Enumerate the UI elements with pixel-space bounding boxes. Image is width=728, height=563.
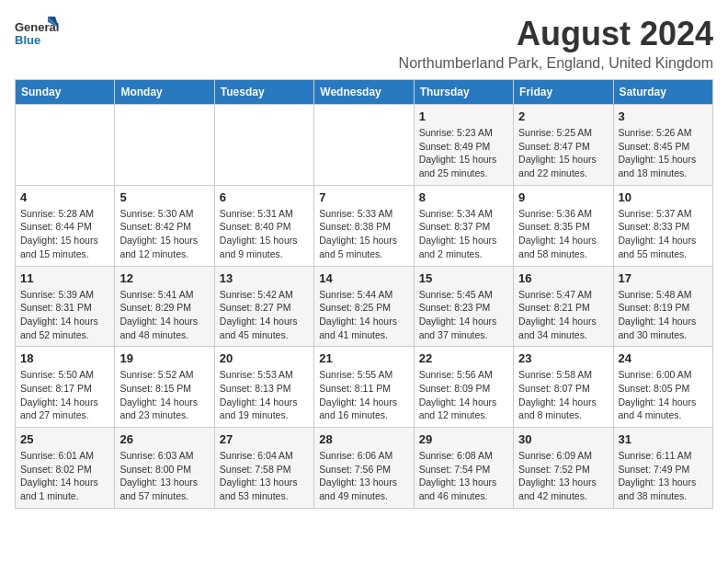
day-info: Sunrise: 6:00 AMSunset: 8:05 PMDaylight:…	[619, 368, 708, 422]
day-info: Sunrise: 5:53 AMSunset: 8:13 PMDaylight:…	[220, 368, 309, 422]
calendar-header: SundayMondayTuesdayWednesdayThursdayFrid…	[16, 80, 713, 105]
header-wednesday: Wednesday	[314, 80, 414, 105]
day-number: 15	[419, 271, 508, 285]
header-sunday: Sunday	[16, 80, 115, 105]
day-cell: 15Sunrise: 5:45 AMSunset: 8:23 PMDayligh…	[414, 266, 513, 347]
day-number: 17	[619, 271, 708, 285]
day-cell: 25Sunrise: 6:01 AMSunset: 8:02 PMDayligh…	[16, 428, 115, 509]
day-cell: 24Sunrise: 6:00 AMSunset: 8:05 PMDayligh…	[613, 347, 712, 428]
day-info: Sunrise: 5:33 AMSunset: 8:38 PMDaylight:…	[319, 207, 408, 261]
calendar-body: 1Sunrise: 5:23 AMSunset: 8:49 PMDaylight…	[16, 105, 713, 509]
day-number: 1	[419, 109, 508, 123]
day-info: Sunrise: 6:03 AMSunset: 8:00 PMDaylight:…	[119, 449, 209, 503]
week-row-3: 11Sunrise: 5:39 AMSunset: 8:31 PMDayligh…	[16, 266, 713, 347]
day-cell: 2Sunrise: 5:25 AMSunset: 8:47 PMDaylight…	[514, 105, 613, 186]
header-tuesday: Tuesday	[214, 80, 313, 105]
day-info: Sunrise: 6:09 AMSunset: 7:52 PMDaylight:…	[518, 449, 608, 503]
day-cell: 5Sunrise: 5:30 AMSunset: 8:42 PMDaylight…	[115, 185, 214, 266]
day-info: Sunrise: 5:34 AMSunset: 8:37 PMDaylight:…	[419, 207, 508, 261]
day-number: 3	[619, 109, 708, 123]
day-number: 6	[220, 190, 309, 204]
day-info: Sunrise: 5:45 AMSunset: 8:23 PMDaylight:…	[419, 288, 508, 342]
day-cell: 19Sunrise: 5:52 AMSunset: 8:15 PMDayligh…	[115, 347, 214, 428]
day-cell	[214, 105, 313, 186]
week-row-2: 4Sunrise: 5:28 AMSunset: 8:44 PMDaylight…	[16, 185, 713, 266]
day-number: 7	[319, 190, 408, 204]
day-cell: 31Sunrise: 6:11 AMSunset: 7:49 PMDayligh…	[613, 428, 712, 509]
day-info: Sunrise: 5:58 AMSunset: 8:07 PMDaylight:…	[518, 368, 608, 422]
day-cell	[115, 105, 214, 186]
day-number: 16	[518, 271, 608, 285]
day-cell: 4Sunrise: 5:28 AMSunset: 8:44 PMDaylight…	[16, 185, 115, 266]
day-number: 2	[518, 109, 608, 123]
logo: General Blue	[15, 15, 59, 59]
day-number: 8	[419, 190, 508, 204]
calendar-table: SundayMondayTuesdayWednesdayThursdayFrid…	[15, 79, 713, 509]
header-saturday: Saturday	[613, 80, 712, 105]
header-friday: Friday	[514, 80, 613, 105]
day-cell: 12Sunrise: 5:41 AMSunset: 8:29 PMDayligh…	[115, 266, 214, 347]
day-info: Sunrise: 5:55 AMSunset: 8:11 PMDaylight:…	[319, 368, 408, 422]
day-info: Sunrise: 5:36 AMSunset: 8:35 PMDaylight:…	[518, 207, 608, 261]
day-cell: 29Sunrise: 6:08 AMSunset: 7:54 PMDayligh…	[414, 428, 513, 509]
day-number: 14	[319, 271, 408, 285]
day-cell: 6Sunrise: 5:31 AMSunset: 8:40 PMDaylight…	[214, 185, 313, 266]
day-cell: 18Sunrise: 5:50 AMSunset: 8:17 PMDayligh…	[16, 347, 115, 428]
day-number: 11	[20, 271, 109, 285]
day-info: Sunrise: 6:01 AMSunset: 8:02 PMDaylight:…	[20, 449, 109, 503]
day-cell: 14Sunrise: 5:44 AMSunset: 8:25 PMDayligh…	[314, 266, 414, 347]
day-cell: 23Sunrise: 5:58 AMSunset: 8:07 PMDayligh…	[514, 347, 613, 428]
day-number: 29	[419, 432, 508, 446]
day-cell: 28Sunrise: 6:06 AMSunset: 7:56 PMDayligh…	[314, 428, 414, 509]
logo-image: General Blue	[15, 15, 59, 59]
day-info: Sunrise: 5:26 AMSunset: 8:45 PMDaylight:…	[619, 126, 708, 180]
day-number: 10	[619, 190, 708, 204]
day-info: Sunrise: 5:56 AMSunset: 8:09 PMDaylight:…	[419, 368, 508, 422]
day-number: 4	[20, 190, 109, 204]
day-cell: 20Sunrise: 5:53 AMSunset: 8:13 PMDayligh…	[214, 347, 313, 428]
week-row-5: 25Sunrise: 6:01 AMSunset: 8:02 PMDayligh…	[16, 428, 713, 509]
day-cell: 22Sunrise: 5:56 AMSunset: 8:09 PMDayligh…	[414, 347, 513, 428]
svg-text:Blue: Blue	[15, 33, 40, 47]
day-number: 21	[319, 351, 408, 365]
day-info: Sunrise: 5:52 AMSunset: 8:15 PMDaylight:…	[119, 368, 209, 422]
day-info: Sunrise: 5:25 AMSunset: 8:47 PMDaylight:…	[518, 126, 608, 180]
day-number: 12	[119, 271, 209, 285]
subtitle: Northumberland Park, England, United Kin…	[399, 55, 713, 72]
day-number: 23	[518, 351, 608, 365]
day-number: 30	[518, 432, 608, 446]
header-thursday: Thursday	[414, 80, 513, 105]
day-info: Sunrise: 5:31 AMSunset: 8:40 PMDaylight:…	[220, 207, 309, 261]
day-cell: 16Sunrise: 5:47 AMSunset: 8:21 PMDayligh…	[514, 266, 613, 347]
day-cell: 26Sunrise: 6:03 AMSunset: 8:00 PMDayligh…	[115, 428, 214, 509]
day-info: Sunrise: 5:28 AMSunset: 8:44 PMDaylight:…	[20, 207, 109, 261]
page-header: General Blue August 2024 Northumberland …	[15, 15, 713, 72]
day-number: 9	[518, 190, 608, 204]
main-title: August 2024	[399, 15, 713, 53]
day-info: Sunrise: 5:42 AMSunset: 8:27 PMDaylight:…	[220, 288, 309, 342]
day-cell: 9Sunrise: 5:36 AMSunset: 8:35 PMDaylight…	[514, 185, 613, 266]
day-info: Sunrise: 6:11 AMSunset: 7:49 PMDaylight:…	[619, 449, 708, 503]
day-cell: 17Sunrise: 5:48 AMSunset: 8:19 PMDayligh…	[613, 266, 712, 347]
day-number: 28	[319, 432, 408, 446]
day-cell: 8Sunrise: 5:34 AMSunset: 8:37 PMDaylight…	[414, 185, 513, 266]
day-info: Sunrise: 5:30 AMSunset: 8:42 PMDaylight:…	[119, 207, 209, 261]
day-info: Sunrise: 5:50 AMSunset: 8:17 PMDaylight:…	[20, 368, 109, 422]
day-number: 24	[619, 351, 708, 365]
header-monday: Monday	[115, 80, 214, 105]
day-info: Sunrise: 5:48 AMSunset: 8:19 PMDaylight:…	[619, 288, 708, 342]
header-row: SundayMondayTuesdayWednesdayThursdayFrid…	[16, 80, 713, 105]
day-cell: 10Sunrise: 5:37 AMSunset: 8:33 PMDayligh…	[613, 185, 712, 266]
day-info: Sunrise: 5:47 AMSunset: 8:21 PMDaylight:…	[518, 288, 608, 342]
day-info: Sunrise: 6:06 AMSunset: 7:56 PMDaylight:…	[319, 449, 408, 503]
title-section: August 2024 Northumberland Park, England…	[399, 15, 713, 72]
day-info: Sunrise: 5:37 AMSunset: 8:33 PMDaylight:…	[619, 207, 708, 261]
day-number: 5	[119, 190, 209, 204]
day-cell: 11Sunrise: 5:39 AMSunset: 8:31 PMDayligh…	[16, 266, 115, 347]
day-number: 22	[419, 351, 508, 365]
day-number: 27	[220, 432, 309, 446]
day-cell: 13Sunrise: 5:42 AMSunset: 8:27 PMDayligh…	[214, 266, 313, 347]
week-row-4: 18Sunrise: 5:50 AMSunset: 8:17 PMDayligh…	[16, 347, 713, 428]
day-cell: 1Sunrise: 5:23 AMSunset: 8:49 PMDaylight…	[414, 105, 513, 186]
day-info: Sunrise: 5:41 AMSunset: 8:29 PMDaylight:…	[119, 288, 209, 342]
